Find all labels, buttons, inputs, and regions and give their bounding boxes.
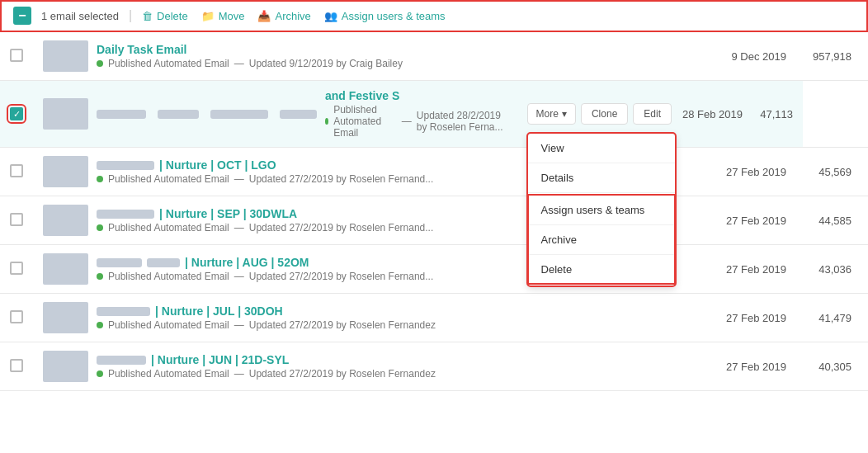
checkbox-cell[interactable] (0, 245, 33, 294)
email-cell: | Nurture | OCT | LGO Published Automate… (33, 148, 517, 196)
email-name: Daily Task Email (97, 43, 507, 56)
status-dot (97, 224, 103, 231)
email-updated: Updated 27/2/2019 by Roselen Fernandez (249, 368, 436, 380)
checkbox-cell[interactable] (0, 294, 33, 342)
checkbox-cell[interactable] (0, 148, 33, 196)
move-label: Move (219, 10, 245, 22)
row-checkbox[interactable] (10, 262, 23, 275)
date-cell: 27 Feb 2019 (517, 294, 803, 342)
actions-date-cell: More ▾ View Details Assign users & teams… (517, 81, 803, 148)
row-checkbox[interactable] (10, 310, 23, 323)
archive-label: Archive (275, 10, 310, 22)
email-meta: Published Automated Email — Updated 27/2… (97, 173, 507, 185)
count-cell: 45,569 (803, 148, 868, 196)
assign-label: Assign users & teams (342, 10, 446, 22)
count-cell: 43,036 (803, 245, 868, 294)
assign-action[interactable]: 👥 Assign users & teams (324, 10, 446, 22)
meta-separator: — (234, 319, 244, 331)
email-name: | Nurture | AUG | 52OM (185, 256, 309, 269)
toolbar-left: − 1 email selected | 🗑 Delete 📁 Move 📥 A… (13, 7, 446, 25)
meta-separator: — (234, 58, 244, 69)
row-checkbox[interactable] (10, 49, 23, 62)
meta-separator: — (402, 116, 412, 127)
selected-count: 1 email selected (41, 10, 119, 22)
email-thumbnail (43, 40, 88, 72)
email-name: | Nurture | JUL | 30DOH (155, 304, 283, 318)
email-thumbnail (43, 98, 88, 130)
email-thumbnail (43, 302, 88, 333)
email-name: and Festive S (325, 89, 507, 102)
email-updated: Updated 9/12/2019 by Craig Bailey (249, 58, 403, 69)
email-name: | Nurture | JUN | 21D-SYL (151, 353, 289, 366)
email-updated: Updated 27/2/2019 by Roselen Fernand... (249, 222, 434, 234)
dropdown-item-assign[interactable]: Assign users & teams (528, 196, 675, 225)
row-checkbox[interactable] (10, 107, 23, 120)
table-row: and Festive S Published Automated Email … (0, 81, 868, 148)
dropdown-item-delete[interactable]: Delete (528, 255, 675, 284)
status-dot (97, 60, 103, 67)
email-details: | Nurture | JUL | 30DOH Published Automa… (97, 304, 507, 331)
email-thumbnail (43, 205, 88, 236)
email-details: | Nurture | JUN | 21D-SYL Published Auto… (97, 353, 507, 380)
email-cell: and Festive S Published Automated Email … (33, 81, 517, 148)
email-updated: Updated 28/2/2019 by Roselen Ferna... (417, 110, 507, 133)
email-name: | Nurture | SEP | 30DWLA (159, 207, 297, 220)
email-info: | Nurture | AUG | 52OM Published Automat… (43, 253, 507, 285)
dropdown-item-view[interactable]: View (528, 134, 675, 163)
date-cell: 9 Dec 2019 (517, 32, 803, 81)
select-all-button[interactable]: − (13, 7, 31, 25)
row-checkbox[interactable] (10, 359, 23, 372)
count-cell: 957,918 (803, 32, 868, 81)
status-dot (325, 118, 328, 125)
email-details: | Nurture | AUG | 52OM Published Automat… (97, 256, 507, 282)
dropdown-menu: View Details Assign users & teams Archiv… (527, 133, 676, 286)
count-cell: 40,305 (803, 342, 868, 391)
archive-action[interactable]: 📥 Archive (257, 10, 310, 22)
email-info: | Nurture | JUN | 21D-SYL Published Auto… (43, 351, 507, 382)
dropdown-item-archive[interactable]: Archive (528, 225, 675, 255)
email-status: Published Automated Email (108, 319, 229, 331)
status-dot (97, 322, 103, 328)
email-cell: | Nurture | JUN | 21D-SYL Published Auto… (33, 342, 517, 391)
email-meta: Published Automated Email — Updated 27/2… (97, 319, 507, 331)
table-row: | Nurture | JUN | 21D-SYL Published Auto… (0, 342, 868, 391)
count-cell: 41,479 (803, 294, 868, 342)
email-details: Daily Task Email Published Automated Ema… (97, 43, 507, 69)
more-button[interactable]: More ▾ (527, 103, 576, 125)
email-info: | Nurture | SEP | 30DWLA Published Autom… (43, 205, 507, 236)
count-cell: 44,585 (803, 196, 868, 245)
minus-icon: − (18, 9, 26, 22)
email-thumbnail (43, 156, 88, 187)
trash-icon: 🗑 (142, 10, 153, 22)
meta-separator: — (234, 222, 244, 234)
email-cell: Daily Task Email Published Automated Ema… (33, 32, 517, 81)
email-updated: Updated 27/2/2019 by Roselen Fernandez (249, 319, 436, 331)
clone-button[interactable]: Clone (581, 103, 628, 125)
email-info: | Nurture | OCT | LGO Published Automate… (43, 156, 507, 187)
meta-separator: — (234, 271, 244, 282)
email-meta: Published Automated Email — Updated 27/2… (97, 222, 507, 234)
email-info: Daily Task Email Published Automated Ema… (43, 40, 507, 72)
checkbox-cell[interactable] (0, 81, 33, 148)
more-label: More (536, 108, 559, 120)
checkbox-cell[interactable] (0, 196, 33, 245)
row-checkbox[interactable] (10, 164, 23, 177)
dropdown-item-details[interactable]: Details (528, 163, 675, 193)
users-icon: 👥 (324, 10, 337, 22)
toolbar-actions: 🗑 Delete 📁 Move 📥 Archive 👥 Assign users… (142, 10, 445, 22)
email-meta: Published Automated Email — Updated 9/12… (97, 58, 507, 69)
email-name: | Nurture | OCT | LGO (159, 158, 276, 172)
email-status: Published Automated Email (108, 368, 229, 380)
status-dot (97, 370, 103, 377)
delete-action[interactable]: 🗑 Delete (142, 10, 188, 22)
email-cell: | Nurture | SEP | 30DWLA Published Autom… (33, 196, 517, 245)
checkbox-cell[interactable] (0, 342, 33, 391)
date-cell: 28 Feb 2019 (677, 108, 743, 120)
email-status: Published Automated Email (333, 104, 397, 139)
email-meta: Published Automated Email — Updated 28/2… (325, 104, 507, 139)
edit-button[interactable]: Edit (633, 103, 672, 125)
checkbox-cell[interactable] (0, 32, 33, 81)
email-details: | Nurture | OCT | LGO Published Automate… (97, 158, 507, 185)
row-checkbox[interactable] (10, 213, 23, 226)
move-action[interactable]: 📁 Move (201, 10, 245, 22)
